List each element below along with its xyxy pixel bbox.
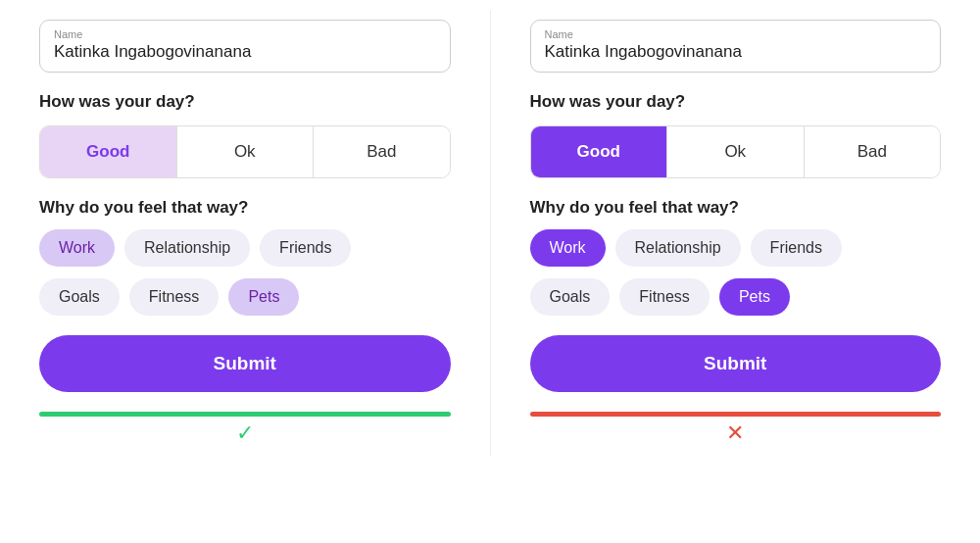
left-day-buttons: Good Ok Bad <box>39 125 451 178</box>
right-day-good[interactable]: Good <box>531 126 668 177</box>
right-day-question: How was your day? <box>530 92 942 112</box>
left-name-field: Name Katinka Ingabogovinanana <box>39 20 451 73</box>
left-result-icon: ✓ <box>39 420 451 446</box>
left-day-ok[interactable]: Ok <box>177 126 315 177</box>
right-name-field: Name Katinka Ingabogovinanana <box>530 20 942 73</box>
right-tag-friends[interactable]: Friends <box>751 229 842 267</box>
right-tag-pets[interactable]: Pets <box>719 278 790 316</box>
left-tag-relationship[interactable]: Relationship <box>124 229 250 267</box>
right-feel-question: Why do you feel that way? <box>530 198 942 218</box>
left-submit-button[interactable]: Submit <box>39 335 451 392</box>
panels: Name Katinka Ingabogovinanana How was yo… <box>0 0 980 466</box>
right-progress-bar-container <box>530 412 942 417</box>
left-tags-row1: Work Relationship Friends <box>39 229 451 267</box>
left-result: ✓ <box>39 412 451 446</box>
right-tags-row2: Goals Fitness Pets <box>530 278 942 316</box>
left-tag-friends[interactable]: Friends <box>260 229 351 267</box>
left-day-section: How was your day? Good Ok Bad <box>39 92 451 178</box>
left-day-bad[interactable]: Bad <box>314 126 450 177</box>
right-tag-relationship[interactable]: Relationship <box>615 229 741 267</box>
right-submit-button[interactable]: Submit <box>530 335 942 392</box>
left-tags-section: Why do you feel that way? Work Relations… <box>39 198 451 316</box>
right-result: ✕ <box>530 412 942 446</box>
right-day-bad[interactable]: Bad <box>805 126 941 177</box>
left-tag-work[interactable]: Work <box>39 229 115 267</box>
left-progress-bar-container <box>39 412 451 417</box>
right-tags-row1: Work Relationship Friends <box>530 229 942 267</box>
left-tags-row2: Goals Fitness Pets <box>39 278 451 316</box>
right-progress-bar <box>530 412 942 417</box>
right-day-section: How was your day? Good Ok Bad <box>530 92 942 178</box>
right-panel: Name Katinka Ingabogovinanana How was yo… <box>491 0 981 466</box>
left-day-good[interactable]: Good <box>40 126 177 177</box>
right-day-buttons: Good Ok Bad <box>530 125 942 178</box>
right-name-label: Name <box>545 28 927 40</box>
left-progress-bar <box>39 412 451 417</box>
left-day-question: How was your day? <box>39 92 451 112</box>
left-tag-fitness[interactable]: Fitness <box>129 278 220 316</box>
left-feel-question: Why do you feel that way? <box>39 198 451 218</box>
right-tag-work[interactable]: Work <box>530 229 606 267</box>
right-day-ok[interactable]: Ok <box>667 126 805 177</box>
right-result-icon: ✕ <box>530 420 942 446</box>
left-tag-goals[interactable]: Goals <box>39 278 120 316</box>
left-tag-pets[interactable]: Pets <box>228 278 299 316</box>
right-tags-section: Why do you feel that way? Work Relations… <box>530 198 942 316</box>
right-tag-fitness[interactable]: Fitness <box>619 278 710 316</box>
left-name-value: Katinka Ingabogovinanana <box>54 42 436 62</box>
left-name-label: Name <box>54 28 436 40</box>
right-name-value: Katinka Ingabogovinanana <box>545 42 927 62</box>
right-tag-goals[interactable]: Goals <box>530 278 611 316</box>
left-panel: Name Katinka Ingabogovinanana How was yo… <box>0 0 490 466</box>
